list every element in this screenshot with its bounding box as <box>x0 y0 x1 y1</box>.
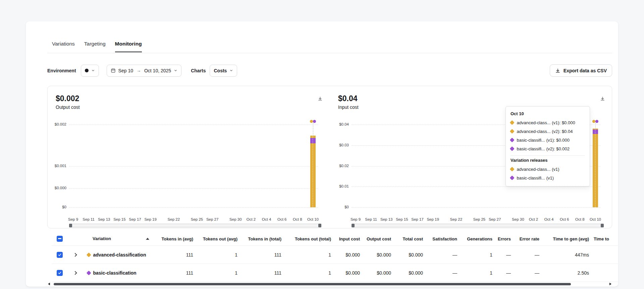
tooltip-label: advanced-class... (v2): $0.04 <box>517 129 573 134</box>
chart-range-scrollbar[interactable] <box>69 224 321 227</box>
tabs-divider <box>47 53 612 53</box>
value-cell: 447ms <box>539 252 589 258</box>
date-range-start: Sep 10 <box>118 68 133 73</box>
environment-select[interactable] <box>81 65 99 77</box>
variation-diamond-icon <box>510 167 514 171</box>
brush-handle-right[interactable] <box>601 224 604 227</box>
brush-handle-left[interactable] <box>69 224 72 227</box>
tab-variations[interactable]: Variations <box>52 41 75 52</box>
row-expander-cell <box>67 254 83 256</box>
cell-value: 1 <box>235 252 237 258</box>
x-axis-label: Sep 13 <box>98 217 110 221</box>
x-axis-label: Sep 9 <box>351 217 361 221</box>
variation-diamond-icon <box>87 271 91 275</box>
row-checkbox[interactable] <box>57 252 63 258</box>
column-header-label: Input cost <box>339 236 360 241</box>
bar-segment[interactable] <box>593 129 598 130</box>
x-axis-label: Sep 13 <box>380 217 392 221</box>
tooltip-label: basic-classifi... (v1) <box>517 175 554 180</box>
x-axis-label: Oct 2 <box>247 217 256 221</box>
tooltip-series-row: advanced-class... (v2): $0.04 <box>511 127 585 136</box>
variation-diamond-icon <box>510 129 514 133</box>
column-header-label: Generations <box>467 236 492 241</box>
release-marker-line <box>313 136 313 207</box>
release-marker-dot[interactable] <box>313 120 316 123</box>
value-cell: 1 <box>193 270 237 276</box>
variation-diamond-icon <box>510 175 514 180</box>
date-range-arrow-icon: → <box>137 68 141 73</box>
tab-targeting[interactable]: Targeting <box>84 41 106 52</box>
column-header-label: Errors <box>498 236 511 241</box>
date-range-end: Oct 10, 2025 <box>144 68 171 73</box>
x-axis-label: Sep 19 <box>427 217 439 221</box>
column-header-label: Tokens out (avg) <box>203 236 237 241</box>
column-header-label: Variation <box>93 236 111 241</box>
y-axis-label: $0.001 <box>48 164 66 168</box>
release-marker-line <box>595 129 595 207</box>
bar-segment[interactable] <box>310 136 316 138</box>
column-header-cell: Tokens out (total) <box>281 236 331 241</box>
column-header-cell: Errors <box>492 236 511 241</box>
tooltip-releases-list: advanced-class... (v1)basic-classifi... … <box>511 165 585 182</box>
tab-monitoring[interactable]: Monitoring <box>115 41 142 52</box>
release-marker-dot[interactable] <box>595 120 598 123</box>
x-axis-label: Oct 6 <box>560 217 569 221</box>
variations-table: VariationTokens in (avg)Tokens out (avg)… <box>52 232 618 282</box>
variation-name: advanced-classification <box>93 252 146 258</box>
bar-segment[interactable] <box>593 134 598 207</box>
variation-name: basic-classification <box>93 270 137 276</box>
column-header-label: Time to gen (avg) <box>553 236 589 241</box>
release-marker-dot[interactable] <box>310 120 313 123</box>
download-icon <box>555 68 560 73</box>
value-cell: 111 <box>153 270 193 276</box>
variation-diamond-icon <box>510 120 514 125</box>
chevron-right-icon[interactable] <box>73 253 77 257</box>
sort-ascending-icon[interactable] <box>146 238 149 240</box>
select-all-checkbox[interactable] <box>57 236 63 242</box>
gridline <box>69 188 318 189</box>
row-checkbox[interactable] <box>57 270 63 276</box>
tooltip-series-row: advanced-class... (v1): $0.000 <box>511 118 585 127</box>
release-marker-dot[interactable] <box>592 120 595 123</box>
charts-container: $0.002 Output cost $0.002$0.001$0.000$0S… <box>47 86 612 228</box>
value-cell: 1 <box>281 252 331 258</box>
scroll-right-arrow-icon[interactable] <box>609 283 611 285</box>
charts-metric-select[interactable]: Costs <box>210 65 237 77</box>
variation-diamond-icon <box>87 252 91 257</box>
bar-segment[interactable] <box>593 130 598 134</box>
chevron-right-icon[interactable] <box>73 271 77 275</box>
brush-handle-left[interactable] <box>352 224 355 227</box>
tooltip-label: advanced-class... (v1) <box>517 167 559 172</box>
release-marker-line <box>313 123 313 136</box>
x-axis-label: Oct 8 <box>575 217 584 221</box>
x-axis-label: Sep 30 <box>229 217 241 221</box>
check-icon <box>58 253 62 257</box>
x-axis-label: Oct 6 <box>277 217 286 221</box>
value-cell: 111 <box>237 252 281 258</box>
table-horizontal-scrollbar[interactable] <box>47 283 612 286</box>
date-range-picker[interactable]: Sep 10 → Oct 10, 2025 <box>107 65 182 77</box>
table-row[interactable]: advanced-classification11111111$0.000$0.… <box>52 246 618 264</box>
tooltip-date: Oct 10 <box>511 111 585 116</box>
table-row[interactable]: basic-classification11111111$0.000$0.000… <box>52 264 618 282</box>
chevron-down-icon <box>229 69 233 72</box>
output-cost-chart: $0.002 Output cost $0.002$0.001$0.000$0S… <box>48 86 330 229</box>
cell-value: 111 <box>274 252 281 258</box>
scroll-left-arrow-icon[interactable] <box>48 283 50 285</box>
release-marker-line <box>595 123 596 129</box>
column-header-cell: Total cost <box>391 236 423 241</box>
export-csv-button[interactable]: Export data as CSV <box>550 64 612 77</box>
bar-segment[interactable] <box>310 138 316 143</box>
cell-value: — <box>506 252 511 258</box>
bar-segment[interactable] <box>310 143 316 207</box>
x-axis-label: Sep 27 <box>206 217 218 221</box>
scrollbar-thumb[interactable] <box>54 283 571 285</box>
chart-range-scrollbar[interactable] <box>352 224 604 227</box>
x-axis-label: Oct 10 <box>307 217 319 221</box>
brush-handle-right[interactable] <box>318 224 321 227</box>
x-axis-label: Sep 11 <box>365 217 377 221</box>
y-axis-label: $0.000 <box>48 186 66 190</box>
tooltip-series-row: basic-classifi... (v2): $0.002 <box>511 144 585 153</box>
value-cell: — <box>492 252 511 258</box>
select-all-cell <box>52 236 67 242</box>
